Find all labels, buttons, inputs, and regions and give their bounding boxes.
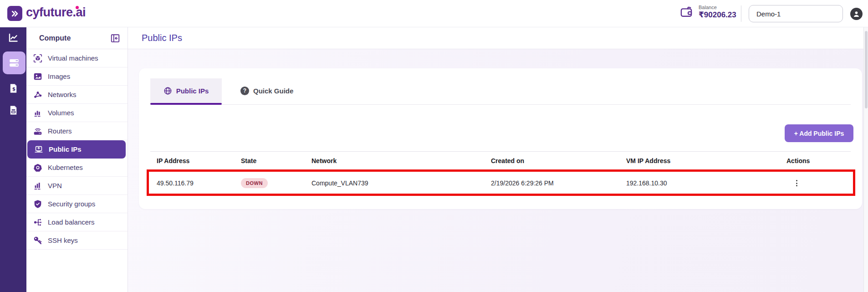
kubernetes-icon <box>33 163 43 173</box>
status-badge: DOWN <box>241 178 268 188</box>
cell-vm-ip: 192.168.10.30 <box>626 179 786 187</box>
brand-logo[interactable]: cyfuture.ai <box>7 6 86 21</box>
billing-invoice-icon: $ <box>8 83 19 94</box>
rail-item-billing[interactable]: $ <box>0 77 26 99</box>
cell-ip-address: 49.50.116.79 <box>150 179 241 187</box>
analytics-chart-icon <box>8 32 19 43</box>
ssh-keys-icon <box>33 236 43 246</box>
public-ips-table: IP Address State Network Created on VM I… <box>150 151 851 196</box>
public-ips-card: Public IPs ? Quick Guide + Add Public IP… <box>139 68 862 209</box>
networks-icon <box>33 90 43 100</box>
balance-value: ₹90206.23 <box>699 10 736 20</box>
scrollbar-thumb[interactable] <box>865 31 868 108</box>
sidebar-item-label: Virtual machines <box>48 54 98 62</box>
vertical-scrollbar[interactable] <box>863 27 868 292</box>
sidebar-item-label: SSH keys <box>48 236 78 244</box>
user-avatar-icon[interactable] <box>850 8 863 20</box>
tab-bar-divider <box>222 104 851 105</box>
sidebar-item-label: VPN <box>48 182 62 190</box>
security-groups-icon <box>33 199 43 209</box>
sidebar-item-security-groups[interactable]: Security groups <box>26 195 128 213</box>
usage-report-icon <box>8 105 19 116</box>
vm-cube-icon <box>33 53 43 63</box>
sidebar-item-vpn[interactable]: VPN <box>26 177 128 195</box>
sidebar-item-kubernetes[interactable]: Kubernetes <box>26 159 128 177</box>
cell-created-on: 2/19/2026 6:29:26 PM <box>491 179 626 187</box>
load-balancers-icon <box>33 217 43 227</box>
project-selector[interactable]: Demo-1 <box>749 5 843 22</box>
app-header: cyfuture.ai Balance ₹90206.23 Demo-1 <box>0 0 868 27</box>
column-header-network: Network <box>311 157 491 164</box>
tab-quick-guide[interactable]: ? Quick Guide <box>232 78 301 103</box>
sidebar-header: Compute <box>26 27 128 49</box>
rail-item-reports[interactable] <box>0 99 26 121</box>
cell-actions <box>786 178 851 189</box>
routers-icon <box>33 126 43 136</box>
cell-state: DOWN <box>241 178 311 188</box>
sidebar-item-images[interactable]: Images <box>26 67 128 86</box>
sidebar-item-label: Networks <box>48 91 77 98</box>
table-row: 49.50.116.79 DOWN Compute_VLAN739 2/19/2… <box>150 170 851 196</box>
collapse-panel-icon[interactable] <box>110 33 121 44</box>
brand-accent-dot <box>76 6 79 9</box>
column-header-created: Created on <box>491 157 626 164</box>
sidebar-item-label: Load balancers <box>48 218 95 226</box>
question-icon: ? <box>240 87 249 95</box>
column-header-state: State <box>241 157 311 164</box>
compute-sidebar: Compute Virtual machines Images Networks… <box>26 27 128 292</box>
sidebar-item-public-ips[interactable]: Public IPs <box>27 140 126 159</box>
sidebar-item-label: Routers <box>48 127 72 135</box>
sidebar-item-label: Volumes <box>48 109 74 117</box>
compute-servers-icon <box>8 57 20 69</box>
rail-item-compute-highlight <box>3 51 26 74</box>
svg-text:$: $ <box>12 86 15 92</box>
sidebar-item-label: Images <box>48 72 70 80</box>
sidebar-item-label: Kubernetes <box>48 164 83 171</box>
sidebar-item-label: Public IPs <box>49 145 82 153</box>
sidebar-item-routers[interactable]: Routers <box>26 122 128 140</box>
kebab-menu-icon[interactable] <box>791 178 802 189</box>
project-selector-value: Demo-1 <box>756 10 781 18</box>
page-titlebar: Public IPs <box>128 27 868 49</box>
brand-logo-icon <box>7 6 22 21</box>
tab-label: Public IPs <box>176 87 209 95</box>
table-header-row: IP Address State Network Created on VM I… <box>150 152 851 170</box>
page-title: Public IPs <box>142 33 182 43</box>
icon-rail: $ <box>0 27 26 292</box>
sidebar-item-volumes[interactable]: Volumes <box>26 104 128 122</box>
column-header-ip: IP Address <box>150 157 241 164</box>
rail-item-compute[interactable] <box>0 48 26 77</box>
sidebar-item-virtual-machines[interactable]: Virtual machines <box>26 49 128 67</box>
sidebar-title: Compute <box>39 34 71 42</box>
add-public-ips-button[interactable]: + Add Public IPs <box>785 124 853 142</box>
tab-label: Quick Guide <box>253 87 293 95</box>
globe-icon <box>163 87 172 95</box>
sidebar-item-networks[interactable]: Networks <box>26 86 128 104</box>
images-icon <box>33 72 43 82</box>
main-content: Public IPs Public IPs ? Quick Guide + Ad… <box>128 27 868 292</box>
rail-item-analytics[interactable] <box>0 27 26 48</box>
tab-public-ips[interactable]: Public IPs <box>150 78 222 103</box>
sidebar-item-load-balancers[interactable]: Load balancers <box>26 213 128 231</box>
sidebar-item-ssh-keys[interactable]: SSH keys <box>26 231 128 250</box>
balance-widget[interactable]: Balance ₹90206.23 <box>679 5 736 20</box>
sidebar-item-label: Security groups <box>48 200 95 208</box>
balance-label: Balance <box>699 5 736 10</box>
public-ips-icon <box>34 144 44 154</box>
cell-network: Compute_VLAN739 <box>311 179 491 187</box>
column-header-vm-ip: VM IP Address <box>626 157 786 164</box>
volumes-icon <box>33 108 43 118</box>
column-header-actions: Actions <box>786 157 851 164</box>
wallet-icon <box>679 6 693 19</box>
header-divider <box>741 5 741 22</box>
active-tab-underline <box>150 103 222 105</box>
vpn-icon <box>33 181 43 191</box>
